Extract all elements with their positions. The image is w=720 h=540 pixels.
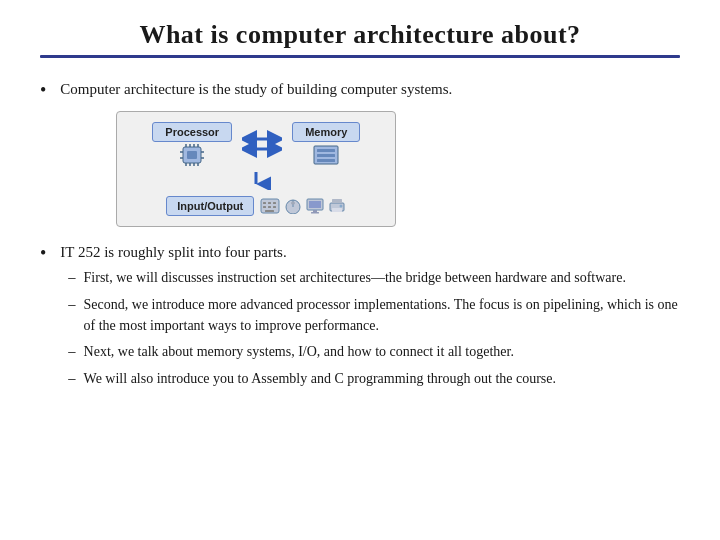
bullet-2-dot: • (40, 243, 46, 264)
bullet-2-section: • IT 252 is roughly split into four part… (40, 241, 680, 395)
svg-rect-1 (187, 151, 197, 159)
sub-bullet-4-text: We will also introduce you to Assembly a… (84, 368, 556, 389)
down-arrow-icon (241, 172, 271, 190)
svg-rect-34 (313, 210, 317, 212)
processor-block: Processor (152, 122, 232, 166)
sub-bullet-2-text: Second, we introduce more advanced proce… (84, 294, 680, 336)
svg-rect-38 (332, 208, 342, 212)
processor-label: Processor (152, 122, 232, 142)
bullet-1-text: Computer architecture is the study of bu… (60, 78, 452, 101)
diagram-top-row: Processor (152, 122, 360, 166)
slide-title: What is computer architecture about? (40, 20, 680, 50)
dash-3: – (68, 341, 75, 363)
sub-bullet-2: – Second, we introduce more advanced pro… (68, 294, 680, 336)
svg-rect-19 (317, 159, 335, 162)
sub-bullet-3-text: Next, we talk about memory systems, I/O,… (84, 341, 514, 362)
diagram-box: Processor (116, 111, 396, 227)
memory-block: Memory (292, 122, 360, 166)
io-device-icons (260, 198, 346, 214)
sub-bullet-4: – We will also introduce you to Assembly… (68, 368, 680, 390)
title-underline (40, 55, 680, 58)
svg-rect-17 (317, 149, 335, 152)
down-arrow-wrapper (241, 172, 271, 190)
svg-rect-33 (309, 201, 321, 208)
svg-rect-35 (311, 212, 319, 214)
sub-bullet-1-text: First, we will discusses instruction set… (84, 267, 626, 288)
sub-bullet-1: – First, we will discusses instruction s… (68, 267, 680, 289)
svg-rect-22 (263, 202, 266, 204)
bullet-2-intro: IT 252 is roughly split into four parts. (60, 241, 680, 264)
dash-2: – (68, 294, 75, 316)
svg-rect-26 (268, 206, 271, 208)
svg-rect-27 (273, 206, 276, 208)
svg-rect-37 (332, 199, 342, 203)
dash-4: – (68, 368, 75, 390)
svg-rect-25 (263, 206, 266, 208)
io-row: Input/Output (166, 196, 346, 216)
svg-point-31 (291, 201, 295, 204)
monitor-icon (306, 198, 324, 214)
bullet-1-section: • Computer architecture is the study of … (40, 78, 680, 227)
mouse-icon (284, 198, 302, 214)
memory-label: Memory (292, 122, 360, 142)
svg-rect-28 (265, 210, 274, 212)
sub-bullet-3: – Next, we talk about memory systems, I/… (68, 341, 680, 363)
bullet-1-content: Computer architecture is the study of bu… (60, 78, 452, 227)
title-area: What is computer architecture about? (40, 20, 680, 58)
processor-icon (178, 144, 206, 166)
svg-rect-24 (273, 202, 276, 204)
arrow-bidirectional (242, 129, 282, 159)
slide: What is computer architecture about? • C… (0, 0, 720, 540)
bidirectional-arrow-icon (242, 129, 282, 159)
dash-1: – (68, 267, 75, 289)
sub-bullet-list: – First, we will discusses instruction s… (68, 267, 680, 389)
svg-point-39 (340, 204, 343, 207)
keyboard-icon (260, 198, 280, 214)
bullet-1-dot: • (40, 80, 46, 101)
io-label: Input/Output (166, 196, 254, 216)
printer-icon (328, 198, 346, 214)
bullet-2-content: IT 252 is roughly split into four parts.… (60, 241, 680, 395)
svg-rect-23 (268, 202, 271, 204)
content-area: • Computer architecture is the study of … (40, 78, 680, 394)
architecture-diagram: Processor (60, 111, 452, 227)
memory-icon (312, 144, 340, 166)
svg-rect-18 (317, 154, 335, 157)
